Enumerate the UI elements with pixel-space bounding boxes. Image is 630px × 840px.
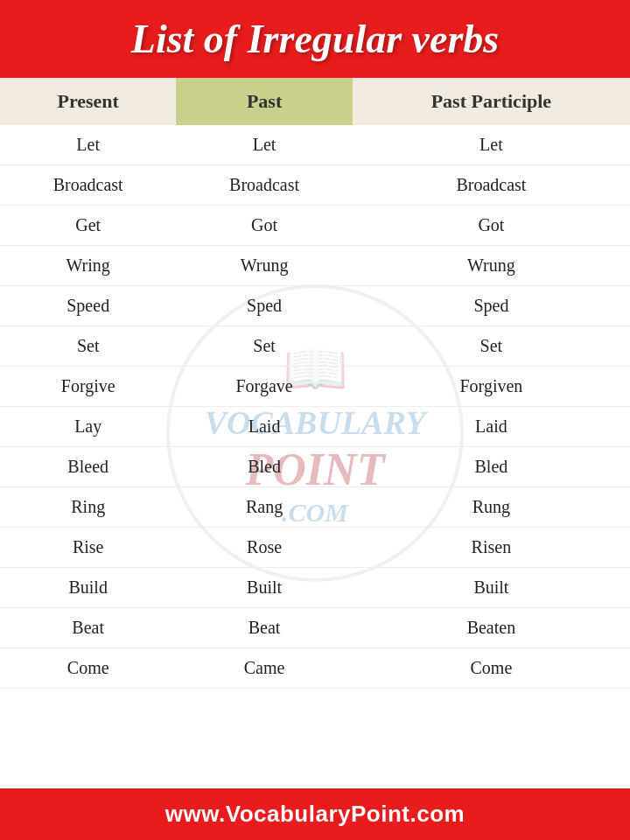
verbs-table: Present Past Past Participle LetLetLetBr… bbox=[0, 78, 630, 689]
col-past: Past bbox=[176, 78, 352, 125]
header: List of Irregular verbs bbox=[0, 0, 630, 78]
cell-past: Rose bbox=[176, 528, 352, 568]
cell-present: Bleed bbox=[0, 447, 176, 487]
cell-pastParticiple: Laid bbox=[353, 407, 630, 447]
table-row: BroadcastBroadcastBroadcast bbox=[0, 165, 630, 206]
table-row: LayLaidLaid bbox=[0, 407, 630, 447]
cell-past: Bled bbox=[176, 447, 352, 487]
cell-present: Lay bbox=[0, 407, 176, 447]
cell-past: Built bbox=[176, 568, 352, 608]
cell-past: Came bbox=[176, 648, 352, 689]
cell-pastParticiple: Sped bbox=[353, 286, 630, 326]
verbs-tbody: LetLetLetBroadcastBroadcastBroadcastGetG… bbox=[0, 125, 630, 689]
cell-present: Speed bbox=[0, 286, 176, 326]
page-wrapper: List of Irregular verbs 📖 VOCABULARY POI… bbox=[0, 0, 630, 840]
cell-present: Build bbox=[0, 568, 176, 608]
cell-pastParticiple: Set bbox=[353, 326, 630, 367]
cell-past: Laid bbox=[176, 407, 352, 447]
cell-present: Forgive bbox=[0, 367, 176, 407]
cell-past: Wrung bbox=[176, 246, 352, 286]
cell-present: Rise bbox=[0, 528, 176, 568]
cell-pastParticiple: Come bbox=[353, 648, 630, 689]
cell-present: Get bbox=[0, 206, 176, 246]
table-row: RingRangRung bbox=[0, 487, 630, 528]
cell-past: Forgave bbox=[176, 367, 352, 407]
cell-present: Come bbox=[0, 648, 176, 689]
cell-past: Got bbox=[176, 206, 352, 246]
cell-pastParticiple: Wrung bbox=[353, 246, 630, 286]
cell-past: Set bbox=[176, 326, 352, 367]
table-row: BuildBuiltBuilt bbox=[0, 568, 630, 608]
cell-pastParticiple: Broadcast bbox=[353, 165, 630, 206]
footer: www.VocabularyPoint.com bbox=[0, 788, 630, 840]
table-row: SetSetSet bbox=[0, 326, 630, 367]
table-row: ComeCameCome bbox=[0, 648, 630, 689]
cell-pastParticiple: Let bbox=[353, 125, 630, 165]
cell-present: Let bbox=[0, 125, 176, 165]
table-row: ForgiveForgaveForgiven bbox=[0, 367, 630, 407]
cell-pastParticiple: Built bbox=[353, 568, 630, 608]
cell-present: Broadcast bbox=[0, 165, 176, 206]
col-past-participle: Past Participle bbox=[353, 78, 630, 125]
col-present: Present bbox=[0, 78, 176, 125]
cell-past: Broadcast bbox=[176, 165, 352, 206]
table-row: BeatBeatBeaten bbox=[0, 608, 630, 648]
cell-past: Beat bbox=[176, 608, 352, 648]
footer-url: www.VocabularyPoint.com bbox=[18, 801, 612, 828]
cell-pastParticiple: Got bbox=[353, 206, 630, 246]
cell-present: Wring bbox=[0, 246, 176, 286]
table-header-row: Present Past Past Participle bbox=[0, 78, 630, 125]
cell-present: Ring bbox=[0, 487, 176, 528]
table-row: BleedBledBled bbox=[0, 447, 630, 487]
cell-pastParticiple: Bled bbox=[353, 447, 630, 487]
cell-past: Sped bbox=[176, 286, 352, 326]
cell-pastParticiple: Rung bbox=[353, 487, 630, 528]
cell-pastParticiple: Beaten bbox=[353, 608, 630, 648]
table-row: GetGotGot bbox=[0, 206, 630, 246]
page-title: List of Irregular verbs bbox=[18, 16, 612, 62]
cell-present: Beat bbox=[0, 608, 176, 648]
table-row: LetLetLet bbox=[0, 125, 630, 165]
table-section: 📖 VOCABULARY POINT .COM Present Past Pas… bbox=[0, 78, 630, 788]
cell-pastParticiple: Risen bbox=[353, 528, 630, 568]
table-row: WringWrungWrung bbox=[0, 246, 630, 286]
cell-present: Set bbox=[0, 326, 176, 367]
cell-pastParticiple: Forgiven bbox=[353, 367, 630, 407]
cell-past: Let bbox=[176, 125, 352, 165]
table-row: RiseRoseRisen bbox=[0, 528, 630, 568]
cell-past: Rang bbox=[176, 487, 352, 528]
table-row: SpeedSpedSped bbox=[0, 286, 630, 326]
